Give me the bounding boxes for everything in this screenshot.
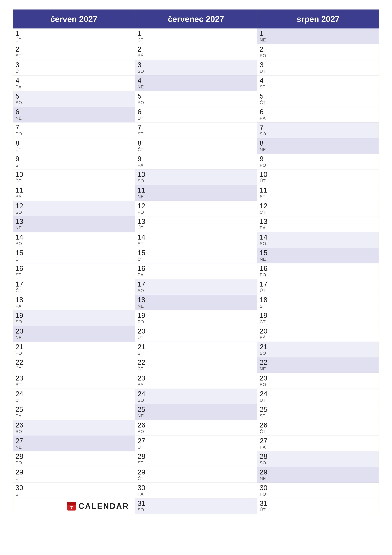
- day-number: 15: [260, 249, 377, 257]
- svg-rect-1: [67, 502, 76, 505]
- day-name: ST: [15, 492, 132, 497]
- day-name: ČT: [15, 178, 132, 184]
- day-name: ÚT: [260, 398, 377, 403]
- day-row-14: 14PO14ST14SO: [13, 232, 379, 248]
- day-cell-month2-day24: 24ÚT: [257, 388, 379, 404]
- day-row-25: 25PÁ25NE25ST: [13, 404, 379, 420]
- day-number: 29: [137, 468, 255, 476]
- day-number: 18: [15, 296, 132, 304]
- day-cell-month2-day11: 11ST: [257, 185, 379, 201]
- day-cell-month2-day30: 30PO: [257, 482, 379, 498]
- day-name: ČT: [15, 288, 132, 293]
- day-name: SO: [260, 131, 377, 137]
- day-cell-month0-day22: 22ÚT: [13, 357, 135, 373]
- day-number: 17: [137, 280, 255, 288]
- svg-text:7: 7: [70, 505, 73, 510]
- day-number: 21: [137, 343, 255, 351]
- day-number: 10: [15, 171, 132, 178]
- day-row-31: 7CALENDAR31SO31ÚT: [13, 498, 379, 514]
- day-name: ST: [137, 351, 255, 356]
- day-row-12: 12SO12PO12ČT: [13, 201, 379, 216]
- day-number: 14: [15, 233, 132, 241]
- day-cell-month1-day27: 27ÚT: [135, 436, 257, 451]
- day-cell-month0-day16: 16ST: [13, 263, 135, 279]
- day-number: 15: [137, 249, 255, 257]
- day-name: ÚT: [137, 116, 255, 121]
- day-cell-month1-day10: 10SO: [135, 169, 257, 185]
- day-cell-month1-day8: 8ČT: [135, 138, 257, 154]
- day-cell-month1-day18: 18NE: [135, 295, 257, 310]
- day-name: PO: [260, 53, 377, 58]
- day-cell-month1-day4: 4NE: [135, 75, 257, 91]
- day-number: 10: [137, 171, 255, 178]
- day-number: 5: [15, 92, 132, 100]
- day-cell-month2-day23: 23PO: [257, 373, 379, 388]
- day-name: PO: [260, 382, 377, 387]
- day-row-27: 27NE27ÚT27PÁ: [13, 436, 379, 451]
- day-number: 5: [137, 92, 255, 100]
- day-cell-month2-day26: 26ČT: [257, 420, 379, 436]
- day-cell-month2-day29: 29NE: [257, 467, 379, 482]
- day-name: PÁ: [260, 116, 377, 121]
- day-number: 24: [137, 390, 255, 398]
- day-cell-month0-day4: 4PÁ: [13, 75, 135, 91]
- day-name: SO: [137, 178, 255, 184]
- day-number: 21: [15, 343, 132, 351]
- day-name: SO: [137, 507, 255, 513]
- day-number: 29: [15, 468, 132, 476]
- day-row-4: 4PÁ4NE4ST: [13, 75, 379, 91]
- day-number: 22: [137, 359, 255, 366]
- day-number: 6: [260, 108, 377, 116]
- day-cell-month0-day31: 7CALENDAR: [13, 498, 135, 514]
- day-cell-month1-day19: 19PO: [135, 310, 257, 326]
- day-cell-month0-day10: 10ČT: [13, 169, 135, 185]
- day-name: NE: [15, 116, 132, 121]
- day-cell-month0-day19: 19SO: [13, 310, 135, 326]
- day-row-6: 6NE6ÚT6PÁ: [13, 107, 379, 122]
- day-cell-month1-day6: 6ÚT: [135, 107, 257, 122]
- day-cell-month0-day13: 13NE: [13, 216, 135, 232]
- day-cell-month0-day26: 26SO: [13, 420, 135, 436]
- day-cell-month0-day1: 1ÚT: [13, 28, 135, 44]
- day-number: 30: [15, 484, 132, 492]
- day-cell-month2-day22: 22NE: [257, 357, 379, 373]
- day-number: 24: [260, 390, 377, 398]
- day-cell-month2-day27: 27PÁ: [257, 436, 379, 451]
- day-cell-month2-day13: 13PÁ: [257, 216, 379, 232]
- day-number: 3: [137, 61, 255, 69]
- logo-text: CALENDAR: [78, 502, 129, 511]
- day-name: PÁ: [260, 445, 377, 450]
- day-cell-month1-day20: 20ÚT: [135, 326, 257, 342]
- day-number: 12: [137, 202, 255, 210]
- day-number: 26: [260, 421, 377, 429]
- day-number: 16: [260, 265, 377, 272]
- day-number: 22: [260, 359, 377, 366]
- day-cell-month1-day13: 13ÚT: [135, 216, 257, 232]
- day-number: 6: [137, 108, 255, 116]
- day-name: PO: [260, 163, 377, 168]
- day-row-5: 5SO5PO5ČT: [13, 91, 379, 107]
- header-row: červen 2027 červenec 2027 srpen 2027: [13, 10, 379, 28]
- day-cell-month2-day25: 25ST: [257, 404, 379, 420]
- day-cell-month0-day30: 30ST: [13, 482, 135, 498]
- day-cell-month2-day21: 21SO: [257, 342, 379, 357]
- day-cell-month0-day12: 12SO: [13, 201, 135, 216]
- day-cell-month1-day2: 2PÁ: [135, 44, 257, 60]
- day-name: ST: [137, 241, 255, 246]
- day-name: NE: [260, 257, 377, 262]
- day-number: 20: [15, 327, 132, 335]
- day-cell-month2-day18: 18ST: [257, 295, 379, 310]
- day-row-23: 23ST23PÁ23PO: [13, 373, 379, 388]
- day-name: PÁ: [15, 413, 132, 419]
- day-number: 19: [15, 312, 132, 319]
- day-number: 17: [15, 280, 132, 288]
- day-row-10: 10ČT10SO10ÚT: [13, 169, 379, 185]
- day-cell-month2-day2: 2PO: [257, 44, 379, 60]
- day-number: 2: [260, 45, 377, 53]
- day-number: 1: [137, 30, 255, 37]
- day-number: 12: [15, 202, 132, 210]
- day-name: ČT: [137, 147, 255, 152]
- day-number: 2: [15, 45, 132, 53]
- day-cell-month0-day18: 18PÁ: [13, 295, 135, 310]
- day-name: NE: [260, 476, 377, 481]
